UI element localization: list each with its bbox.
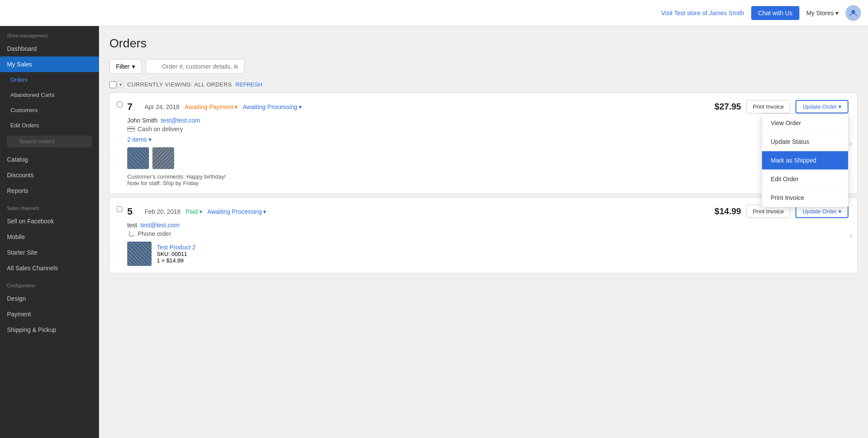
order-2-fulfillment-status[interactable]: Awaiting Processing [208, 208, 267, 215]
order-1-update-order-wrapper: Update Order View Order Update Status Ma… [795, 100, 848, 113]
order-2-number: 5 [127, 206, 139, 217]
order-1-price: $27.95 [715, 102, 741, 112]
order-1-customer-email[interactable]: test@test.com [161, 117, 200, 124]
dropdown-print-invoice[interactable]: Print Invoice [762, 189, 848, 207]
items-toggle-chevron [149, 136, 152, 143]
order-2-product-details: Test Product 2 SKU: 00011 1 × $14.99 [157, 244, 196, 264]
sales-channels-label: Sales channels [0, 199, 99, 213]
dropdown-edit-order[interactable]: Edit Order [762, 170, 848, 189]
order-2-payment-status[interactable]: Paid [186, 208, 202, 215]
avatar[interactable] [845, 5, 861, 21]
order-1-thumb-1 [127, 147, 149, 169]
currently-viewing-row: ▾ CURRENTLY VIEWING: ALL ORDERS REFRESH [109, 81, 858, 88]
order-1-thumbnails [127, 147, 848, 169]
sidebar-item-abandoned-carts[interactable]: Abandoned Carts [0, 87, 99, 103]
payment-status-chevron [234, 103, 238, 110]
filter-button[interactable]: Filter [109, 59, 142, 74]
fulfillment-status-chevron [299, 103, 302, 110]
order-2-product-sku: SKU: 00011 [157, 251, 196, 257]
order-1-items-toggle[interactable]: 2 items [127, 136, 848, 143]
update-order-chevron [838, 103, 842, 110]
order-2-update-chevron [838, 208, 842, 215]
order-1-inner: 7 Apr 24, 2018 Awaiting Payment Awaiting… [127, 100, 848, 186]
order-2-product-row: Test Product 2 SKU: 00011 1 × $14.99 [127, 242, 848, 266]
order-1-payment-status[interactable]: Awaiting Payment [185, 103, 238, 110]
sidebar-item-reports[interactable]: Reports [0, 183, 99, 199]
sidebar-item-mobile[interactable]: Mobile [0, 229, 99, 245]
phone-icon [127, 230, 135, 237]
filter-search-row: Filter 🔍 [109, 59, 858, 74]
sidebar-item-orders[interactable]: Orders [0, 72, 99, 87]
chevron-down-icon [835, 10, 838, 17]
order-2-checkbox[interactable] [117, 206, 122, 212]
order-2-price: $14.99 [715, 206, 741, 216]
sidebar-item-shipping-pickup[interactable]: Shipping & Pickup [0, 322, 99, 338]
sidebar-item-catalog[interactable]: Catalog [0, 152, 99, 167]
order-2-arrow-icon: › [849, 231, 852, 240]
order-1-arrow-icon: › [849, 139, 852, 148]
sidebar-item-discounts[interactable]: Discounts [0, 167, 99, 183]
order-2-customer: test test@test.com [127, 222, 848, 229]
refresh-link[interactable]: REFRESH [235, 81, 262, 88]
store-management-label: Store management [0, 26, 99, 41]
order-2-fulfillment-chevron [263, 208, 266, 215]
sidebar-item-sell-on-facebook[interactable]: Sell on Facebook [0, 213, 99, 229]
order-1-comments: Customer's comments: Happy birthday! [127, 173, 848, 180]
filter-chevron-icon [132, 63, 135, 70]
order-1-number: 7 [127, 101, 139, 113]
sidebar: Store management Dashboard My Sales Orde… [0, 26, 99, 438]
currently-viewing-label: CURRENTLY VIEWING: ALL ORDERS [127, 81, 232, 88]
top-header: Visit Test store of James Smith Chat wit… [0, 0, 868, 26]
order-1-top: 7 Apr 24, 2018 Awaiting Payment Awaiting… [127, 100, 848, 113]
visit-store-link[interactable]: Visit Test store of James Smith [661, 10, 744, 17]
update-order-dropdown: View Order Update Status Mark as Shipped… [762, 113, 848, 207]
order-1-checkbox[interactable] [117, 102, 122, 107]
order-2-customer-email[interactable]: test@test.com [140, 222, 179, 229]
order-1-customer: John Smith test@test.com [127, 117, 848, 124]
order-1-print-invoice-button[interactable]: Print Invoice [746, 100, 791, 113]
sidebar-item-edit-orders[interactable]: Edit Orders [0, 118, 99, 133]
order-2-payment-chevron [199, 208, 202, 215]
page-title: Orders [109, 36, 858, 50]
sidebar-item-my-sales[interactable]: My Sales [0, 56, 99, 72]
my-stores-button[interactable]: My Stores [806, 10, 838, 17]
dropdown-mark-as-shipped[interactable]: Mark as Shipped [762, 151, 848, 170]
dropdown-update-status[interactable]: Update Status [762, 133, 848, 151]
order-1-update-order-button[interactable]: Update Order [795, 100, 848, 113]
search-orders-main-input[interactable] [146, 59, 244, 74]
svg-rect-2 [128, 128, 135, 129]
order-1-fulfillment-status[interactable]: Awaiting Processing [243, 103, 302, 110]
bulk-action-arrow[interactable]: ▾ [117, 81, 124, 88]
order-2-product-thumb [127, 242, 152, 266]
dropdown-view-order[interactable]: View Order [762, 114, 848, 133]
configuration-label: Configuration [0, 276, 99, 291]
select-all-checkbox[interactable] [109, 81, 116, 88]
order-card-1: 7 Apr 24, 2018 Awaiting Payment Awaiting… [109, 93, 858, 194]
order-2-inner: 5 Feb 20, 2018 Paid Awaiting Processing … [127, 205, 848, 266]
layout: Store management Dashboard My Sales Orde… [0, 26, 868, 438]
sidebar-item-all-sales-channels[interactable]: All Sales Channels [0, 260, 99, 276]
search-orders-container: 🔍 [0, 133, 99, 152]
select-all-checkbox-group: ▾ [109, 81, 124, 88]
svg-point-0 [851, 10, 855, 13]
order-2-payment-method: Phone order [127, 230, 848, 237]
order-2-product-name[interactable]: Test Product 2 [157, 244, 196, 251]
order-1-thumb-2 [152, 147, 174, 169]
search-bar-wrapper: 🔍 [146, 59, 858, 74]
sidebar-item-dashboard[interactable]: Dashboard [0, 41, 99, 56]
order-2-product-qty-price: 1 × $14.99 [157, 257, 196, 264]
order-1-payment-method: Cash on delivery [127, 126, 848, 133]
payment-icon [127, 126, 135, 133]
sidebar-item-payment[interactable]: Payment [0, 306, 99, 322]
main-content: Orders Filter 🔍 ▾ CURRENTLY VIEWING: ALL… [99, 26, 868, 438]
order-1-note: Note for staff: Ship by Friday [127, 180, 848, 186]
order-2-date: Feb 20, 2018 [145, 208, 181, 215]
order-1-date: Apr 24, 2018 [145, 103, 179, 110]
sidebar-item-design[interactable]: Design [0, 291, 99, 306]
sidebar-item-starter-site[interactable]: Starter Site [0, 245, 99, 260]
search-orders-input[interactable] [7, 136, 92, 147]
sidebar-item-customers[interactable]: Customers [0, 103, 99, 118]
chat-button[interactable]: Chat with Us [751, 6, 799, 20]
order-2-top: 5 Feb 20, 2018 Paid Awaiting Processing … [127, 205, 848, 218]
order-card-2: 5 Feb 20, 2018 Paid Awaiting Processing … [109, 197, 858, 273]
